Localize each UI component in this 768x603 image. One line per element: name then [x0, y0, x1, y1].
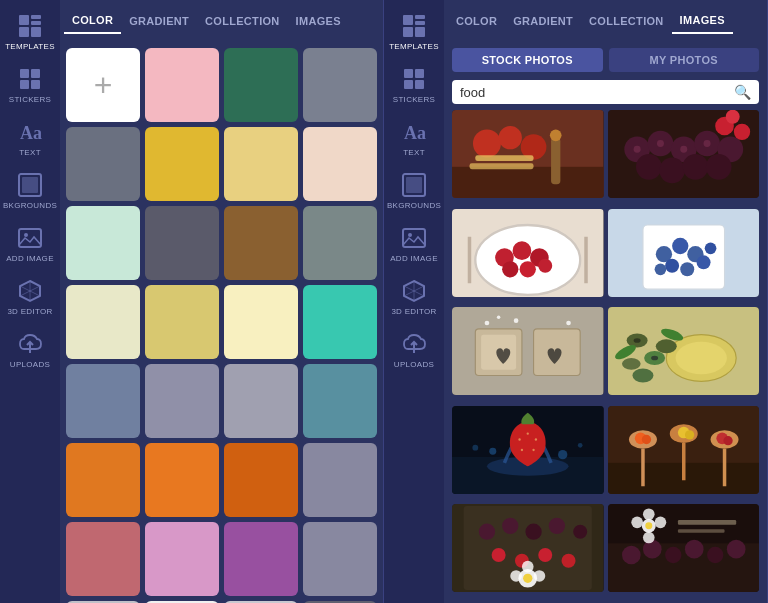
color-swatch[interactable]	[224, 364, 298, 438]
right-sidebar-item-uploads[interactable]: UPLOADS	[387, 326, 441, 373]
svg-point-132	[479, 524, 495, 540]
right-3d-editor-icon	[400, 277, 428, 305]
photo-cell[interactable]	[452, 307, 604, 395]
add-image-label: ADD IMAGE	[6, 254, 54, 263]
color-swatch[interactable]	[303, 443, 377, 517]
color-swatch[interactable]	[66, 206, 140, 280]
color-swatch[interactable]	[66, 443, 140, 517]
svg-point-63	[725, 110, 739, 124]
search-icon[interactable]: 🔍	[734, 84, 751, 100]
color-swatch[interactable]	[145, 443, 219, 517]
right-sidebar-item-backgrounds[interactable]: BKGROUNDS	[387, 167, 441, 214]
color-swatch[interactable]	[303, 206, 377, 280]
tab-collection-right[interactable]: COLLECTION	[581, 9, 672, 33]
color-swatch[interactable]	[145, 206, 219, 280]
svg-point-101	[632, 369, 653, 383]
tab-color-left[interactable]: COLOR	[64, 8, 121, 34]
right-sidebar-item-templates[interactable]: TEMPLATES	[387, 8, 441, 55]
right-uploads-icon	[400, 330, 428, 358]
tab-collection-left[interactable]: COLLECTION	[197, 9, 288, 33]
color-swatch[interactable]	[224, 285, 298, 359]
color-swatch[interactable]	[303, 522, 377, 596]
right-sidebar-item-text[interactable]: Aa TEXT	[387, 114, 441, 161]
photo-cell[interactable]	[608, 504, 760, 592]
sidebar-item-uploads[interactable]: UPLOADS	[3, 326, 57, 373]
right-text-icon: Aa	[400, 118, 428, 146]
svg-rect-4	[31, 27, 41, 37]
color-swatch[interactable]	[303, 364, 377, 438]
3d-editor-icon	[16, 277, 44, 305]
right-sidebar: TEMPLATES STICKERS Aa TEXT	[384, 0, 444, 603]
svg-rect-24	[404, 69, 413, 78]
color-swatch[interactable]	[145, 127, 219, 201]
color-swatch[interactable]	[303, 127, 377, 201]
svg-text:Aa: Aa	[20, 123, 42, 143]
svg-point-54	[659, 157, 685, 183]
svg-point-129	[723, 436, 732, 445]
sidebar-item-3d-editor[interactable]: 3D EDITOR	[3, 273, 57, 320]
photo-grid	[444, 110, 767, 603]
color-swatch[interactable]	[224, 127, 298, 201]
color-swatch[interactable]	[145, 364, 219, 438]
svg-point-151	[684, 540, 703, 559]
right-backgrounds-label: BKGROUNDS	[387, 201, 441, 210]
search-bar: 🔍	[452, 80, 759, 104]
color-swatch[interactable]	[224, 522, 298, 596]
sidebar-item-stickers[interactable]: STICKERS	[3, 61, 57, 108]
color-swatch[interactable]	[224, 48, 298, 122]
svg-rect-6	[31, 69, 40, 78]
tab-images-left[interactable]: IMAGES	[288, 9, 349, 33]
svg-point-98	[651, 356, 658, 361]
tab-images-right[interactable]: IMAGES	[672, 8, 733, 34]
color-swatch[interactable]	[66, 127, 140, 201]
photo-cell[interactable]	[452, 504, 604, 592]
right-uploads-label: UPLOADS	[394, 360, 434, 369]
photo-cell[interactable]	[452, 209, 604, 297]
tab-gradient-right[interactable]: GRADIENT	[505, 9, 581, 33]
tab-gradient-left[interactable]: GRADIENT	[121, 9, 197, 33]
svg-rect-23	[415, 27, 425, 37]
right-sidebar-item-add-image[interactable]: ADD IMAGE	[387, 220, 441, 267]
photo-cell[interactable]	[608, 406, 760, 494]
sidebar-item-text[interactable]: Aa TEXT	[3, 114, 57, 161]
svg-point-134	[525, 524, 541, 540]
tab-color-right[interactable]: COLOR	[448, 9, 505, 33]
sidebar-item-add-image[interactable]: ADD IMAGE	[3, 220, 57, 267]
3d-editor-label: 3D EDITOR	[7, 307, 52, 316]
add-color-button[interactable]: +	[66, 48, 140, 122]
color-swatch[interactable]	[303, 285, 377, 359]
photo-cell[interactable]	[452, 110, 604, 198]
left-main-area: COLOR GRADIENT COLLECTION IMAGES +	[60, 0, 383, 603]
color-swatch[interactable]	[66, 285, 140, 359]
color-swatch[interactable]	[145, 285, 219, 359]
svg-point-139	[538, 548, 552, 562]
photo-cell[interactable]	[452, 406, 604, 494]
svg-rect-5	[20, 69, 29, 78]
svg-rect-2	[31, 21, 41, 25]
photo-cell[interactable]	[608, 110, 760, 198]
svg-point-65	[475, 225, 580, 295]
sub-tab-stock[interactable]: STOCK PHOTOS	[452, 48, 603, 72]
text-label: TEXT	[19, 148, 41, 157]
right-add-image-icon	[400, 224, 428, 252]
svg-point-155	[645, 523, 652, 530]
photo-cell[interactable]	[608, 209, 760, 297]
color-swatch[interactable]	[145, 522, 219, 596]
svg-point-137	[492, 548, 506, 562]
color-swatch[interactable]	[66, 364, 140, 438]
svg-point-115	[472, 445, 478, 451]
photo-cell[interactable]	[608, 307, 760, 395]
right-sidebar-item-3d-editor[interactable]: 3D EDITOR	[387, 273, 441, 320]
sidebar-item-backgrounds[interactable]: BKGROUNDS	[3, 167, 57, 214]
color-swatch[interactable]	[224, 206, 298, 280]
color-swatch[interactable]	[303, 48, 377, 122]
sub-tab-my-photos[interactable]: MY PHOTOS	[609, 48, 760, 72]
sidebar-item-templates[interactable]: TEMPLATES	[3, 8, 57, 55]
color-swatch[interactable]	[224, 443, 298, 517]
color-swatch[interactable]	[66, 522, 140, 596]
right-sidebar-item-stickers[interactable]: STICKERS	[387, 61, 441, 108]
search-input[interactable]	[460, 85, 734, 100]
svg-point-112	[489, 447, 496, 454]
color-swatch[interactable]	[145, 48, 219, 122]
svg-point-71	[538, 258, 552, 272]
